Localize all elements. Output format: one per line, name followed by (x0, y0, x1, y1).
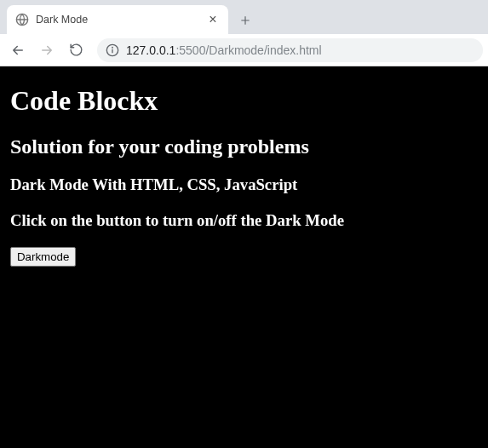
page-body: Code Blockx Solution for your coding pro… (0, 66, 488, 448)
info-icon (106, 43, 119, 57)
reload-button[interactable] (63, 37, 89, 63)
darkmode-button[interactable]: Darkmode (10, 247, 76, 267)
address-bar[interactable]: 127.0.0.1:5500/Darkmode/index.html (97, 38, 483, 62)
globe-icon (15, 13, 29, 26)
url-port: :5500 (175, 43, 205, 57)
page-instruction: Click on the button to turn on/off the D… (10, 211, 478, 230)
svg-point-3 (112, 47, 113, 48)
url-host: 127.0.0.1 (126, 43, 175, 57)
back-button[interactable] (5, 37, 31, 63)
browser-tab[interactable]: Dark Mode × (7, 5, 228, 34)
forward-button[interactable] (34, 37, 60, 63)
tab-title: Dark Mode (36, 14, 199, 26)
browser-toolbar: 127.0.0.1:5500/Darkmode/index.html (0, 34, 488, 66)
close-icon[interactable]: × (206, 13, 220, 26)
tab-strip: Dark Mode × (0, 0, 488, 34)
url-text: 127.0.0.1:5500/Darkmode/index.html (126, 43, 322, 57)
page-title: Code Blockx (10, 85, 478, 117)
page-subtitle: Solution for your coding problems (10, 135, 478, 158)
url-path: /Darkmode/index.html (205, 43, 321, 57)
new-tab-button[interactable] (233, 9, 257, 32)
page-heading: Dark Mode With HTML, CSS, JavaScript (10, 175, 478, 194)
